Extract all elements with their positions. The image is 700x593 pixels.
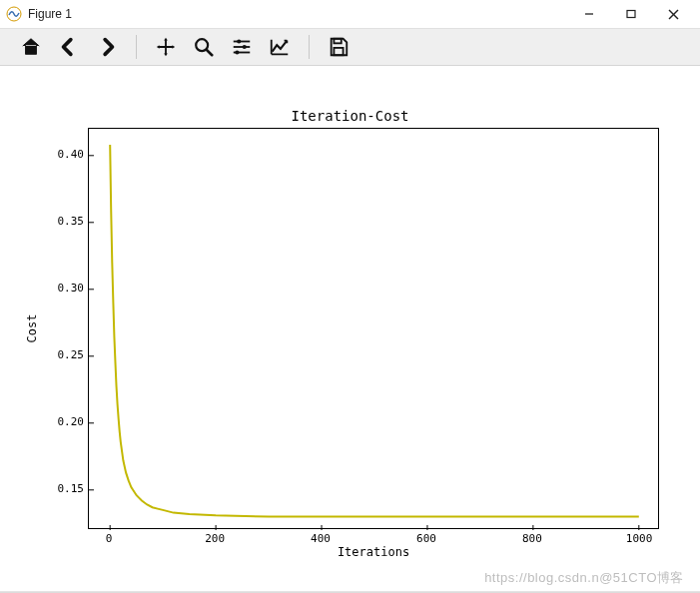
svg-point-12	[235, 50, 239, 54]
edit-axes-icon	[269, 36, 291, 58]
forward-button[interactable]	[90, 30, 124, 64]
y-tick-label: 0.35	[52, 215, 84, 228]
window-close-button[interactable]	[652, 0, 694, 28]
save-icon	[328, 36, 350, 58]
svg-line-6	[207, 50, 213, 56]
zoom-icon	[193, 36, 215, 58]
back-icon	[58, 36, 80, 58]
figure-canvas[interactable]: Iteration-Cost Cost Iterations 0.150.200…	[0, 66, 700, 593]
axes-frame	[88, 128, 659, 529]
home-button[interactable]	[14, 30, 48, 64]
toolbar-separator	[309, 35, 310, 59]
x-tick-label: 200	[203, 532, 227, 545]
x-tick-label: 800	[520, 532, 544, 545]
y-tick-label: 0.25	[52, 348, 84, 361]
edit-axes-button[interactable]	[263, 30, 297, 64]
zoom-button[interactable]	[187, 30, 221, 64]
window-maximize-button[interactable]	[610, 0, 652, 28]
forward-icon	[96, 36, 118, 58]
window-titlebar: Figure 1	[0, 0, 700, 28]
y-axis-label: Cost	[24, 128, 40, 529]
x-tick-label: 1000	[626, 532, 650, 545]
watermark-text: https://blog.csdn.n@51CTO博客	[484, 569, 684, 587]
y-tick-label: 0.20	[52, 415, 84, 428]
app-icon	[6, 6, 22, 22]
chart-title: Iteration-Cost	[0, 108, 700, 124]
y-tick-label: 0.40	[52, 148, 84, 161]
configure-icon	[231, 36, 253, 58]
toolbar	[0, 28, 700, 66]
pan-button[interactable]	[149, 30, 183, 64]
x-tick-label: 0	[97, 532, 121, 545]
y-tick-label: 0.30	[52, 282, 84, 295]
window-minimize-button[interactable]	[568, 0, 610, 28]
svg-rect-2	[627, 11, 635, 18]
toolbar-separator	[136, 35, 137, 59]
svg-rect-13	[334, 39, 341, 44]
home-icon	[20, 36, 42, 58]
back-button[interactable]	[52, 30, 86, 64]
svg-point-10	[243, 45, 247, 49]
plot-svg	[89, 129, 660, 530]
x-tick-label: 400	[309, 532, 333, 545]
svg-rect-14	[334, 48, 343, 55]
x-tick-label: 600	[414, 532, 438, 545]
y-tick-label: 0.15	[52, 482, 84, 495]
x-axis-label: Iterations	[88, 545, 659, 559]
window-title: Figure 1	[28, 7, 568, 21]
save-button[interactable]	[322, 30, 355, 64]
configure-button[interactable]	[225, 30, 259, 64]
pan-icon	[155, 36, 177, 58]
svg-point-8	[237, 39, 241, 43]
